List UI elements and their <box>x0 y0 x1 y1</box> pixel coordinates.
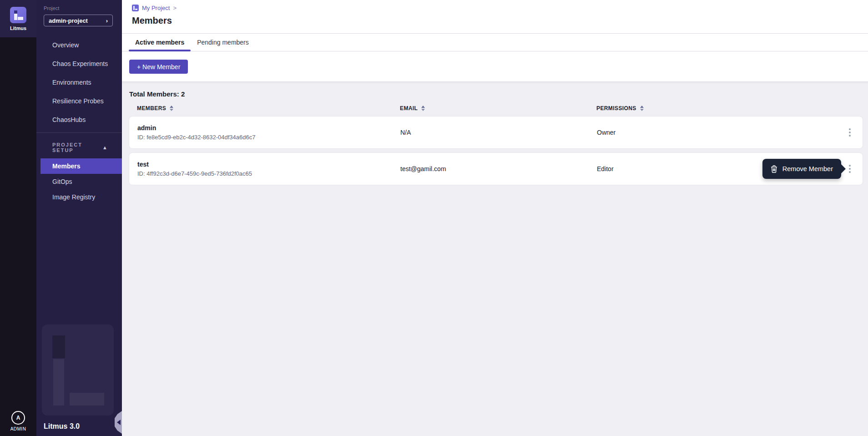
sidebar-item-environments[interactable]: Environments <box>36 73 122 91</box>
column-permissions-label: PERMISSIONS <box>596 105 636 112</box>
table-row: admin ID: fe8e5cd9-eb2c-4d32-8632-04df34… <box>129 116 863 149</box>
member-name: test <box>137 161 400 168</box>
kebab-menu-icon[interactable] <box>846 126 853 139</box>
project-select[interactable]: admin-project › <box>44 15 113 26</box>
sidebar-item-members[interactable]: Members <box>40 158 122 174</box>
chevron-right-icon: > <box>173 5 177 11</box>
watermark-shape <box>70 393 104 406</box>
setup-nav: Members GitOps Image Registry <box>36 158 122 205</box>
page-header: My Project > Members <box>122 0 868 33</box>
column-permissions: PERMISSIONS <box>596 105 838 112</box>
sidebar-item-image-registry[interactable]: Image Registry <box>36 189 122 205</box>
project-sidebar: Project admin-project › Overview Chaos E… <box>36 0 122 436</box>
logo-foot <box>18 17 23 20</box>
member-cell: admin ID: fe8e5cd9-eb2c-4d32-8632-04df34… <box>137 124 400 141</box>
project-select-value: admin-project <box>49 17 88 24</box>
member-email: N/A <box>400 129 597 136</box>
logo-notch <box>14 10 17 14</box>
kebab-menu-icon[interactable] <box>846 162 853 176</box>
tab-pending-members[interactable]: Pending members <box>191 34 255 51</box>
project-icon <box>132 5 139 11</box>
project-setup-section: PROJECT SETUP ▲ <box>36 133 122 156</box>
row-actions <box>837 117 863 148</box>
row-actions: Remove Member <box>837 153 863 185</box>
chevron-right-icon: › <box>106 17 108 24</box>
column-members-label: MEMBERS <box>137 105 166 112</box>
member-id: ID: 4ff92c3d-d6e7-459c-9ed5-736fd2f0ac65 <box>137 170 400 177</box>
version-label: Litmus 3.0 <box>44 422 80 431</box>
collapse-sidebar-icon[interactable] <box>115 411 122 434</box>
sort-icon[interactable] <box>170 106 173 111</box>
sidebar-item-resilience-probes[interactable]: Resilience Probes <box>36 91 122 110</box>
main-nav: Overview Chaos Experiments Environments … <box>36 35 122 129</box>
column-email-label: EMAIL <box>400 105 418 112</box>
table-row: test ID: 4ff92c3d-d6e7-459c-9ed5-736fd2f… <box>129 152 863 185</box>
project-setup-label: PROJECT SETUP <box>52 142 102 153</box>
table-header: MEMBERS EMAIL PERMISSIONS <box>129 105 863 112</box>
toolbar: + New Member <box>122 51 868 82</box>
project-label: Project <box>44 5 122 11</box>
breadcrumb[interactable]: My Project > <box>132 5 868 11</box>
user-name: ADMIN <box>10 426 26 431</box>
remove-member-menu-item[interactable]: Remove Member <box>762 159 841 179</box>
sort-icon[interactable] <box>421 106 425 111</box>
avatar[interactable]: A <box>11 411 25 425</box>
member-cell: test ID: 4ff92c3d-d6e7-459c-9ed5-736fd2f… <box>137 161 400 177</box>
new-member-button[interactable]: + New Member <box>129 60 188 74</box>
sidebar-item-chaos-experiments[interactable]: Chaos Experiments <box>36 54 122 73</box>
litmus-logo-icon <box>10 7 26 23</box>
page-title: Members <box>132 15 868 26</box>
member-email: test@gamil.com <box>400 165 597 172</box>
sort-icon[interactable] <box>640 106 644 111</box>
tab-active-members[interactable]: Active members <box>129 34 191 51</box>
chevron-up-icon[interactable]: ▲ <box>102 145 108 150</box>
breadcrumb-link[interactable]: My Project <box>142 5 170 11</box>
left-rail: Litmus A ADMIN <box>0 0 36 436</box>
column-email: EMAIL <box>400 105 596 112</box>
member-id: ID: fe8e5cd9-eb2c-4d32-8632-04df34a6d6c7 <box>137 134 400 141</box>
sidebar-item-gitops[interactable]: GitOps <box>36 174 122 189</box>
column-members: MEMBERS <box>137 105 400 112</box>
litmus-watermark <box>42 324 114 416</box>
watermark-shape <box>53 359 64 406</box>
sidebar-item-chaoshubs[interactable]: ChaosHubs <box>36 110 122 129</box>
trash-icon <box>771 165 777 173</box>
sidebar-item-overview[interactable]: Overview <box>36 35 122 54</box>
total-members-label: Total Members: 2 <box>129 90 868 98</box>
remove-member-label: Remove Member <box>782 165 833 172</box>
member-permission: Owner <box>597 129 837 136</box>
brand-block: Litmus <box>0 0 36 37</box>
main-area: My Project > Members Active members Pend… <box>122 0 868 436</box>
member-name: admin <box>137 124 400 132</box>
tabbar: Active members Pending members <box>122 33 868 51</box>
user-block: A ADMIN <box>0 411 36 431</box>
watermark-shape <box>52 335 65 358</box>
brand-name: Litmus <box>10 25 26 31</box>
members-section: Total Members: 2 MEMBERS EMAIL PERMISSIO… <box>122 82 868 436</box>
app-root: Litmus A ADMIN Project admin-project › O… <box>0 0 868 436</box>
